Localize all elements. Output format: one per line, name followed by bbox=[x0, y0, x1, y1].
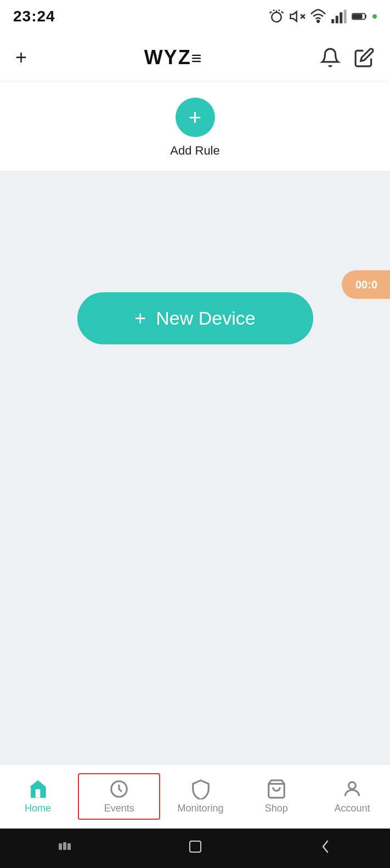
add-button[interactable]: + bbox=[15, 46, 27, 69]
svg-rect-5 bbox=[336, 16, 338, 24]
status-icons bbox=[268, 8, 377, 25]
wifi-icon bbox=[310, 8, 326, 25]
wyze-logo: WYZ≡ bbox=[144, 46, 203, 69]
nav-item-shop[interactable]: Shop bbox=[239, 779, 314, 814]
main-content: 00:0 + New Device bbox=[0, 172, 390, 782]
svg-rect-13 bbox=[59, 843, 62, 850]
svg-point-3 bbox=[317, 20, 319, 22]
bottom-nav: Home Events Monitoring Shop Account bbox=[0, 764, 390, 829]
svg-rect-14 bbox=[63, 842, 66, 850]
events-clock-icon bbox=[109, 779, 129, 799]
nav-right-icons bbox=[320, 47, 375, 68]
svg-rect-4 bbox=[331, 19, 334, 24]
add-rule-section: + Add Rule bbox=[0, 82, 390, 172]
android-back-button[interactable] bbox=[316, 838, 334, 859]
account-person-icon bbox=[342, 779, 363, 799]
timer-value: 00:0 bbox=[355, 279, 377, 291]
svg-rect-15 bbox=[67, 843, 71, 850]
battery-dot bbox=[372, 14, 377, 19]
svg-point-0 bbox=[272, 13, 281, 22]
edit-icon[interactable] bbox=[354, 47, 375, 68]
alarm-icon bbox=[268, 8, 285, 25]
nav-item-account[interactable]: Account bbox=[314, 779, 390, 814]
android-menu-button[interactable] bbox=[56, 838, 74, 859]
nav-home-label: Home bbox=[25, 803, 51, 814]
mute-icon bbox=[289, 8, 306, 25]
nav-events-label: Events bbox=[104, 803, 134, 814]
add-rule-button[interactable]: + bbox=[176, 98, 215, 137]
status-bar: 23:24 bbox=[0, 0, 390, 33]
home-icon bbox=[27, 779, 48, 799]
nav-item-monitoring[interactable]: Monitoring bbox=[162, 779, 238, 814]
svg-point-12 bbox=[349, 782, 356, 789]
svg-rect-7 bbox=[344, 10, 347, 24]
android-nav bbox=[0, 829, 390, 868]
nav-shop-label: Shop bbox=[265, 803, 288, 814]
shop-bag-icon bbox=[266, 779, 287, 799]
new-device-label: New Device bbox=[156, 308, 255, 329]
android-home-button[interactable] bbox=[186, 838, 204, 859]
timer-badge[interactable]: 00:0 bbox=[342, 270, 390, 299]
top-nav: + WYZ≡ bbox=[0, 33, 390, 82]
svg-rect-9 bbox=[353, 14, 362, 19]
svg-rect-16 bbox=[190, 841, 201, 852]
nav-account-label: Account bbox=[334, 803, 370, 814]
svg-rect-6 bbox=[340, 13, 342, 24]
notification-icon[interactable] bbox=[320, 47, 341, 68]
add-rule-plus-icon: + bbox=[189, 106, 201, 128]
nav-monitoring-label: Monitoring bbox=[177, 803, 223, 814]
new-device-plus-icon: + bbox=[134, 309, 146, 328]
new-device-button[interactable]: + New Device bbox=[77, 292, 313, 344]
add-rule-label: Add Rule bbox=[170, 144, 220, 158]
status-time: 23:24 bbox=[13, 8, 55, 25]
nav-item-home[interactable]: Home bbox=[0, 779, 76, 814]
nav-item-events[interactable]: Events bbox=[78, 773, 160, 820]
signal-icon bbox=[331, 8, 347, 25]
monitoring-shield-icon bbox=[190, 779, 211, 799]
battery-icon bbox=[352, 8, 368, 25]
